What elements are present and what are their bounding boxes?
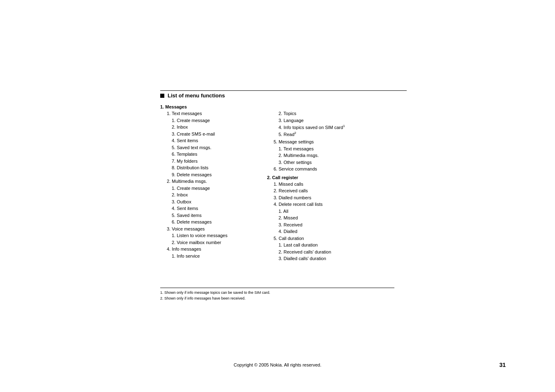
menu-item-text-messages: 1. Text messages — [160, 110, 267, 117]
menu-item-saved-items: 5. Saved items — [160, 212, 267, 219]
footer-page-number: 31 — [499, 362, 506, 368]
menu-item-my-folders: 7. My folders — [160, 158, 267, 165]
left-column: 1. Messages 1. Text messages 1. Create m… — [160, 103, 267, 262]
footnote-1: 1. Shown only if info message topics can… — [160, 290, 394, 295]
footnote-2: 2. Shown only if info messages have been… — [160, 295, 394, 301]
footer-area: Copyright © 2005 Nokia. All rights reser… — [0, 362, 555, 367]
menu-item-message-settings: 5. Message settings — [267, 138, 382, 145]
two-column-layout: 1. Messages 1. Text messages 1. Create m… — [160, 103, 407, 262]
menu-item-delete-messages-2: 6. Delete messages — [160, 219, 267, 226]
menu-item-dialled-numbers: 3. Dialled numbers — [267, 194, 382, 201]
menu-item-inbox-1: 2. Inbox — [160, 124, 267, 131]
menu-item-all: 1. All — [267, 208, 382, 215]
menu-item-dialled: 4. Dialled — [267, 228, 382, 235]
menu-item-sent-items-2: 4. Sent items — [160, 205, 267, 212]
menu-item-create-message: 1. Create message — [160, 117, 267, 124]
menu-item-distribution-lists: 8. Distribution lists — [160, 164, 267, 171]
menu-item-messages: 1. Messages — [160, 104, 267, 109]
menu-item-outbox: 3. Outbox — [160, 198, 267, 205]
menu-item-service-commands: 6. Service commands — [267, 166, 382, 173]
menu-item-read: 5. Read2 — [267, 131, 382, 138]
menu-item-info-service: 1. Info service — [160, 253, 267, 260]
menu-item-inbox-2: 2. Inbox — [160, 191, 267, 198]
menu-item-call-duration: 5. Call duration — [267, 235, 382, 242]
menu-item-sent-items-1: 4. Sent items — [160, 137, 267, 144]
page-title: List of menu functions — [168, 92, 225, 99]
menu-item-multimedia-msgs: 2. Multimedia msgs. — [160, 178, 267, 185]
menu-item-create-message-2: 1. Create message — [160, 185, 267, 192]
menu-item-voice-mailbox: 2. Voice mailbox number — [160, 239, 267, 246]
menu-item-create-sms-email: 3. Create SMS e-mail — [160, 131, 267, 138]
menu-item-text-messages-settings: 1. Text messages — [267, 145, 382, 152]
menu-item-last-call-duration: 1. Last call duration — [267, 242, 382, 249]
black-square-icon — [160, 94, 164, 98]
footnote-area: 1. Shown only if info message topics can… — [160, 288, 394, 302]
right-column: 2. Topics 3. Language 4. Info topics sav… — [267, 103, 382, 262]
menu-item-info-topics-sim: 4. Info topics saved on SIM card1 — [267, 124, 382, 131]
menu-item-call-register: 2. Call register — [267, 175, 382, 180]
menu-item-voice-messages: 3. Voice messages — [160, 226, 267, 233]
menu-item-topics: 2. Topics — [267, 110, 382, 117]
menu-item-received-calls-duration: 2. Received calls' duration — [267, 249, 382, 256]
menu-item-templates: 6. Templates — [160, 151, 267, 158]
section-title: List of menu functions — [160, 90, 407, 99]
menu-item-info-messages: 4. Info messages — [160, 246, 267, 253]
menu-item-language: 3. Language — [267, 117, 382, 124]
footer-copyright: Copyright © 2005 Nokia. All rights reser… — [0, 362, 555, 367]
menu-item-received-calls: 2. Received calls — [267, 187, 382, 194]
menu-item-delete-recent: 4. Delete recent call lists — [267, 201, 382, 208]
menu-item-delete-messages-1: 9. Delete messages — [160, 171, 267, 178]
menu-item-other-settings: 3. Other settings — [267, 159, 382, 166]
menu-item-dialled-calls-duration: 3. Dialled calls' duration — [267, 255, 382, 262]
menu-item-missed: 2. Missed — [267, 214, 382, 221]
menu-item-saved-text-msgs: 5. Saved text msgs. — [160, 144, 267, 151]
content-area: List of menu functions 1. Messages 1. Te… — [160, 90, 407, 262]
menu-item-listen-voice: 1. Listen to voice messages — [160, 232, 267, 239]
menu-item-received: 3. Received — [267, 221, 382, 228]
menu-item-multimedia-msgs-settings: 2. Multimedia msgs. — [267, 152, 382, 159]
menu-item-missed-calls: 1. Missed calls — [267, 181, 382, 188]
page-container: List of menu functions 1. Messages 1. Te… — [0, 0, 555, 392]
